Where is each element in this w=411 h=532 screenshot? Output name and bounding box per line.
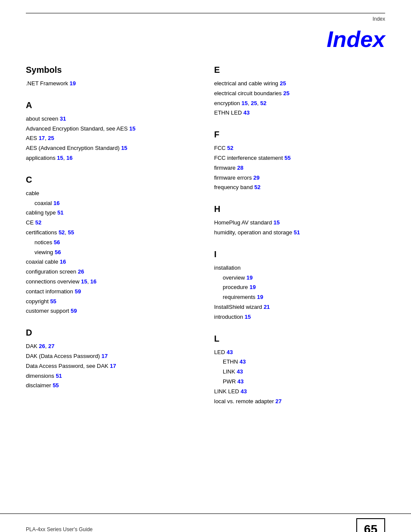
- index-link[interactable]: 59: [71, 308, 77, 314]
- index-link[interactable]: 17: [110, 363, 116, 369]
- list-item: humidity, operation and storage 51: [214, 228, 385, 237]
- index-link[interactable]: 31: [60, 115, 66, 122]
- list-item: local vs. remote adapter 27: [214, 397, 385, 406]
- list-item: FCC 52: [214, 144, 385, 153]
- index-link[interactable]: 15: [274, 219, 280, 226]
- index-link[interactable]: 25: [251, 100, 257, 106]
- index-link[interactable]: 15: [242, 100, 248, 106]
- list-item: cable: [26, 189, 197, 198]
- index-section-c: Ccablecoaxial 16cabling type 51CE 52cert…: [26, 175, 197, 316]
- index-link[interactable]: 16: [60, 258, 66, 265]
- index-link[interactable]: 27: [275, 398, 281, 404]
- section-header: A: [26, 100, 197, 110]
- index-link[interactable]: 17: [102, 353, 108, 359]
- page-container: Index Index Symbols.NET Framework 19Aabo…: [0, 13, 411, 532]
- index-link[interactable]: 52: [227, 145, 233, 151]
- index-section-l: LLED 43ETHN 43LINK 43PWR 43LINK LED 43lo…: [214, 334, 385, 406]
- section-header: L: [214, 334, 385, 344]
- index-link[interactable]: 51: [57, 209, 63, 216]
- section-header: Symbols: [26, 65, 197, 75]
- list-item: encryption 15, 25, 52: [214, 99, 385, 108]
- section-header: C: [26, 175, 197, 185]
- index-link[interactable]: 55: [284, 155, 290, 161]
- index-link[interactable]: 43: [240, 358, 246, 365]
- index-link[interactable]: 17: [39, 135, 45, 141]
- index-link[interactable]: 52: [254, 184, 260, 190]
- index-link[interactable]: 29: [253, 174, 259, 181]
- top-bar: Index: [26, 13, 385, 22]
- index-link[interactable]: 16: [53, 200, 59, 206]
- list-item: contact information 59: [26, 287, 197, 296]
- list-item: coaxial cable 16: [26, 258, 197, 267]
- page-title: Index: [0, 26, 385, 52]
- list-item: applications 15, 16: [26, 154, 197, 163]
- index-link[interactable]: 25: [283, 90, 289, 96]
- index-link[interactable]: 43: [243, 109, 249, 116]
- list-item: disclaimer 55: [26, 381, 197, 390]
- index-link[interactable]: 19: [257, 294, 263, 300]
- index-link[interactable]: 28: [237, 165, 243, 171]
- list-item: notices 56: [26, 238, 197, 247]
- index-link[interactable]: 56: [54, 239, 60, 246]
- index-link[interactable]: 59: [75, 288, 81, 295]
- list-item: AES (Advanced Encryption Standard) 15: [26, 144, 197, 153]
- bottom-bar: PLA-4xx Series User's Guide 65: [0, 513, 411, 532]
- right-column: Eelectrical and cable wiring 25electrica…: [214, 65, 385, 407]
- index-link[interactable]: 19: [70, 80, 76, 87]
- index-link[interactable]: 27: [48, 343, 54, 349]
- list-item: Data Access Password, see DAK 17: [26, 362, 197, 371]
- list-item: requirements 19: [214, 293, 385, 302]
- list-item: ETHN LED 43: [214, 109, 385, 118]
- index-link[interactable]: 19: [246, 274, 252, 281]
- list-item: viewing 56: [26, 248, 197, 257]
- list-item: PWR 43: [214, 377, 385, 386]
- index-link[interactable]: 55: [53, 382, 59, 389]
- index-section-d: DDAK 26, 27DAK (Data Access Password) 17…: [26, 328, 197, 390]
- index-link[interactable]: 43: [227, 349, 233, 355]
- index-link[interactable]: 16: [90, 278, 97, 285]
- index-section-h: HHomePlug AV standard 15humidity, operat…: [214, 204, 385, 237]
- list-item: coaxial 16: [26, 199, 197, 208]
- index-link[interactable]: 43: [237, 378, 243, 385]
- list-item: .NET Framework 19: [26, 79, 197, 88]
- index-link[interactable]: 51: [56, 373, 62, 379]
- index-link[interactable]: 15: [81, 278, 87, 285]
- index-link[interactable]: 15: [129, 125, 135, 132]
- list-item: LINK LED 43: [214, 387, 385, 396]
- list-item: certifications 52, 55: [26, 228, 197, 237]
- index-link[interactable]: 25: [48, 135, 54, 141]
- index-link[interactable]: 52: [35, 219, 41, 226]
- list-item: procedure 19: [214, 283, 385, 292]
- index-link[interactable]: 15: [121, 145, 127, 151]
- list-item: installation: [214, 264, 385, 273]
- section-header: D: [26, 328, 197, 338]
- index-link[interactable]: 16: [66, 155, 72, 161]
- index-link[interactable]: 55: [68, 229, 74, 236]
- list-item: electrical circuit boundaries 25: [214, 89, 385, 98]
- index-link[interactable]: 25: [280, 80, 286, 87]
- section-header: H: [214, 204, 385, 214]
- index-link[interactable]: 19: [249, 284, 255, 290]
- section-header: E: [214, 65, 385, 75]
- index-section-f: FFCC 52FCC interference statement 55firm…: [214, 130, 385, 192]
- list-item: AES 17, 25: [26, 134, 197, 143]
- list-item: electrical and cable wiring 25: [214, 79, 385, 88]
- index-link[interactable]: 26: [78, 268, 84, 275]
- index-link[interactable]: 43: [237, 368, 243, 375]
- index-link[interactable]: 51: [294, 229, 300, 236]
- list-item: LED 43: [214, 348, 385, 357]
- list-item: configuration screen 26: [26, 268, 197, 277]
- list-item: about screen 31: [26, 115, 197, 124]
- index-link[interactable]: 15: [245, 314, 251, 320]
- index-link[interactable]: 21: [264, 304, 270, 310]
- index-link[interactable]: 55: [50, 298, 56, 305]
- left-column: Symbols.NET Framework 19Aabout screen 31…: [26, 65, 197, 407]
- index-link[interactable]: 52: [59, 229, 65, 236]
- index-link[interactable]: 43: [240, 388, 246, 395]
- index-link[interactable]: 56: [55, 249, 61, 255]
- index-link[interactable]: 15: [57, 155, 63, 161]
- index-link[interactable]: 52: [260, 100, 266, 106]
- index-link[interactable]: 26: [39, 343, 45, 349]
- top-label: Index: [373, 16, 385, 22]
- list-item: FCC interference statement 55: [214, 154, 385, 163]
